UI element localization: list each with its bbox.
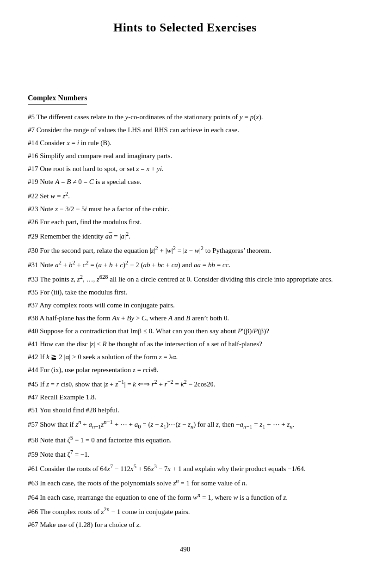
hint-item-h35: #35 For (iii), take the modulus first. — [28, 287, 342, 298]
hint-item-h40: #40 Suppose for a contradiction that Imβ… — [28, 325, 342, 337]
hint-item-h57: #57 Show that if zn + an−1zn−1 + ⋯ + a0 … — [28, 417, 342, 431]
hint-item-h42: #42 If k ≧ 2 |α| > 0 seek a solution of … — [28, 351, 342, 362]
hint-item-h30: #30 For the second part, relate the equa… — [28, 244, 342, 256]
hint-item-h38: #38 A half-plane has the form Ax + By > … — [28, 312, 342, 324]
hint-item-h16: #16 Simplify and compare real and imagin… — [28, 150, 342, 161]
page-number: 490 — [28, 544, 342, 555]
hint-item-h64: #64 In each case, rearrange the equation… — [28, 490, 342, 503]
hint-item-h19: #19 Note A = B ≠ 0 = C is a special case… — [28, 176, 342, 187]
section-heading: Complex Numbers — [28, 92, 87, 105]
hint-item-h58: #58 Note that ζ5 − 1 = 0 and factorize t… — [28, 433, 342, 446]
hint-item-h17: #17 One root is not hard to spot, or set… — [28, 163, 342, 174]
hints-list: #5 The different cases relate to the y-c… — [28, 111, 342, 530]
hint-item-h26: #26 For each part, find the modulus firs… — [28, 216, 342, 227]
hint-item-h45: #45 If z = r cisθ, show that |z + z−1| =… — [28, 377, 342, 390]
hint-item-h41: #41 How can the disc |z| < R be thought … — [28, 338, 342, 349]
hint-item-h33: #33 The points z, z2, …, z628 all lie on… — [28, 272, 342, 285]
hint-item-h59: #59 Note that ζ7 = −1. — [28, 447, 342, 460]
hint-item-h5: #5 The different cases relate to the y-c… — [28, 111, 342, 122]
hint-item-h37: #37 Any complex roots will come in conju… — [28, 300, 342, 311]
hint-item-h29: #29 Remember the identity aa = |a|2. — [28, 229, 342, 242]
hint-item-h22: #22 Set w = z2. — [28, 189, 342, 202]
hint-item-h61: #61 Consider the roots of 64x7 − 112x5 +… — [28, 462, 342, 474]
complex-numbers-section: Complex Numbers #5 The different cases r… — [28, 92, 342, 530]
hint-item-h14: #14 Consider x = i in rule (B). — [28, 137, 342, 148]
hint-item-h23: #23 Note z − 3/2 − 5i must be a factor o… — [28, 203, 342, 214]
hint-item-h67: #67 Make use of (1.28) for a choice of z… — [28, 519, 342, 530]
hint-item-h66: #66 The complex roots of z2n − 1 come in… — [28, 505, 342, 517]
page-title: Hints to Selected Exercises — [28, 18, 342, 37]
hint-item-h44: #44 For (ix), use polar representation z… — [28, 364, 342, 375]
hint-item-h63: #63 In each case, the roots of the polyn… — [28, 476, 342, 489]
hint-item-h31: #31 Note a2 + b2 + c2 = (a + b + c)2 − 2… — [28, 258, 342, 270]
hint-item-h7: #7 Consider the range of values the LHS … — [28, 124, 342, 135]
hint-item-h51: #51 You should find #28 helpful. — [28, 404, 342, 416]
hint-item-h47: #47 Recall Example 1.8. — [28, 392, 342, 403]
